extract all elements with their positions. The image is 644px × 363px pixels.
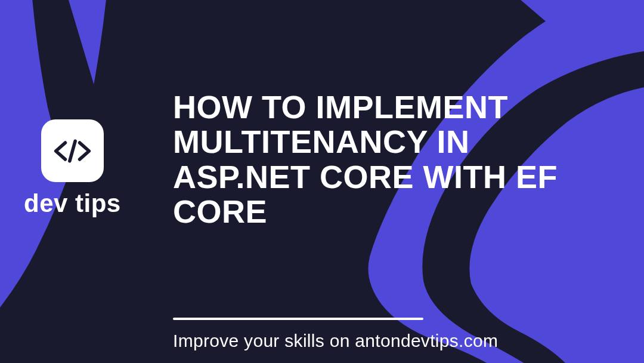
divider-line: [173, 318, 423, 320]
content-area: HOW TO IMPLEMENT MULTITENANCY IN ASP.NET…: [173, 90, 608, 229]
logo-icon-container: [41, 119, 104, 182]
code-icon: [53, 139, 92, 163]
footer-area: Improve your skills on antondevtips.com: [173, 318, 498, 351]
page-title: HOW TO IMPLEMENT MULTITENANCY IN ASP.NET…: [173, 90, 608, 229]
logo-area: dev tips: [24, 119, 121, 218]
logo-text: dev tips: [24, 189, 121, 218]
tagline-text: Improve your skills on antondevtips.com: [173, 331, 498, 351]
